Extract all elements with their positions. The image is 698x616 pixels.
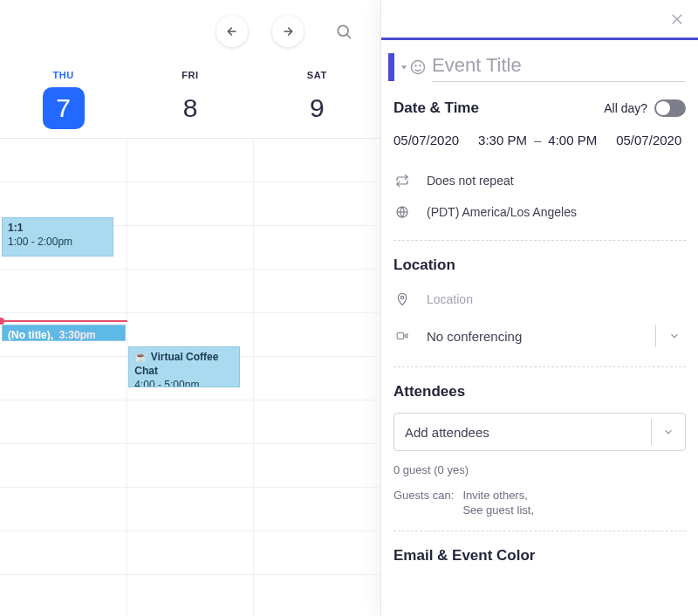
panel-body: Date & Time All day? 05/07/2020 3:30 PM … xyxy=(381,82,698,616)
repeat-value: Does not repeat xyxy=(427,174,514,188)
hour-row[interactable] xyxy=(0,531,380,575)
hour-cell[interactable] xyxy=(0,531,127,574)
hour-cell[interactable] xyxy=(254,313,380,356)
hour-cell[interactable] xyxy=(254,400,380,443)
hour-row[interactable] xyxy=(0,270,380,313)
event-block[interactable]: ☕ Virtual Coffee Chat4:00 - 5:00pm xyxy=(128,346,240,387)
hour-row[interactable] xyxy=(0,488,380,531)
dow-label: SAT xyxy=(307,70,327,80)
calendar-toolbar xyxy=(0,0,380,63)
repeat-icon xyxy=(393,174,411,188)
allday-toggle[interactable] xyxy=(654,99,686,117)
hour-cell[interactable] xyxy=(127,400,255,443)
hour-cell[interactable] xyxy=(254,270,380,312)
hour-cell[interactable] xyxy=(254,226,380,269)
calendar-search-button[interactable] xyxy=(328,16,359,47)
conferencing-value: No conferencing xyxy=(427,329,522,344)
event-title-input[interactable] xyxy=(432,52,686,82)
email-color-heading: Email & Event Color xyxy=(393,547,686,565)
timezone-row[interactable]: (PDT) America/Los Angeles xyxy=(393,196,686,228)
hour-cell[interactable] xyxy=(127,575,255,616)
dow-label: THU xyxy=(52,70,73,80)
arrow-right-icon xyxy=(281,24,295,38)
dow-label: FRI xyxy=(181,70,199,80)
day-number: 9 xyxy=(310,93,325,123)
next-button[interactable] xyxy=(272,16,304,47)
hour-cell[interactable] xyxy=(254,182,380,225)
hour-cell[interactable] xyxy=(127,182,255,225)
separator xyxy=(393,530,686,531)
close-button[interactable] xyxy=(665,7,689,31)
start-date[interactable]: 05/07/2020 xyxy=(393,133,459,147)
hour-cell[interactable] xyxy=(254,488,380,530)
calendar-day-headers: THU 7 FRI 8 SAT 9 xyxy=(0,63,380,139)
hour-row[interactable] xyxy=(0,444,380,488)
hour-cell[interactable] xyxy=(254,444,380,487)
calendar-grid[interactable]: 1:11:00 - 2:00pm(No title), 3:30pm☕ Virt… xyxy=(0,139,380,616)
guests-can-item[interactable]: Invite others, xyxy=(462,489,534,502)
day-col-thu[interactable]: THU 7 xyxy=(0,63,127,138)
hour-cell[interactable] xyxy=(0,575,127,616)
prev-button[interactable] xyxy=(216,16,248,47)
datetime-heading: Date & Time xyxy=(393,99,479,117)
hour-cell[interactable] xyxy=(127,444,255,487)
datetime-row[interactable]: 05/07/2020 3:30 PM – 4:00 PM 05/07/2020 xyxy=(393,133,686,147)
separator xyxy=(393,240,686,241)
chevron-down-icon xyxy=(662,426,674,438)
svg-point-7 xyxy=(412,61,425,74)
day-col-sat[interactable]: SAT 9 xyxy=(254,63,380,138)
emoji-icon xyxy=(409,58,427,76)
calendar-pane: THU 7 FRI 8 SAT 9 1:11:00 - 2:00pm(No ti… xyxy=(0,0,380,616)
repeat-row[interactable]: Does not repeat xyxy=(393,165,686,196)
hour-cell[interactable] xyxy=(254,531,380,574)
hour-cell[interactable] xyxy=(127,139,255,181)
location-heading: Location xyxy=(393,257,686,274)
hour-cell[interactable] xyxy=(127,270,255,312)
svg-marker-6 xyxy=(401,65,407,69)
datetime-heading-row: Date & Time All day? xyxy=(393,99,686,117)
event-block[interactable]: 1:11:00 - 2:00pm xyxy=(2,217,113,257)
hour-cell[interactable] xyxy=(254,357,380,400)
guests-can-item[interactable]: See guest list, xyxy=(462,503,534,517)
hour-cell[interactable] xyxy=(0,400,127,443)
hour-cell[interactable] xyxy=(127,226,255,269)
svg-point-12 xyxy=(400,296,403,298)
attendees-dropdown[interactable] xyxy=(651,419,680,445)
conferencing-row[interactable]: No conferencing xyxy=(393,316,686,354)
hour-cell[interactable] xyxy=(127,531,255,574)
svg-point-9 xyxy=(420,65,421,66)
guests-can-row: Guests can: Invite others, See guest lis… xyxy=(393,489,686,518)
search-icon xyxy=(335,23,352,40)
hour-cell[interactable] xyxy=(0,488,127,530)
hour-row[interactable] xyxy=(0,139,380,182)
conferencing-dropdown[interactable] xyxy=(655,325,686,347)
hour-cell[interactable] xyxy=(254,575,380,616)
hour-cell[interactable] xyxy=(0,444,127,487)
hour-cell[interactable] xyxy=(127,488,255,530)
panel-search-input[interactable] xyxy=(392,11,665,27)
end-time[interactable]: 4:00 PM xyxy=(548,133,597,147)
pin-icon xyxy=(393,291,411,307)
video-icon xyxy=(393,330,411,342)
end-date[interactable]: 05/07/2020 xyxy=(616,133,681,147)
day-col-fri[interactable]: FRI 8 xyxy=(127,63,253,138)
hour-row[interactable] xyxy=(0,575,380,616)
day-number-box: 7 xyxy=(43,87,85,129)
hour-cell[interactable] xyxy=(0,270,127,312)
day-number-box: 9 xyxy=(296,87,338,129)
hour-cell[interactable] xyxy=(0,357,127,400)
location-row[interactable]: Location xyxy=(393,283,686,316)
hour-cell[interactable] xyxy=(254,139,380,181)
svg-point-8 xyxy=(415,65,416,66)
separator xyxy=(393,366,686,367)
guest-count: 0 guest (0 yes) xyxy=(393,463,686,476)
attendees-input[interactable]: Add attendees xyxy=(393,413,686,451)
hour-row[interactable] xyxy=(0,400,380,444)
close-icon xyxy=(669,11,685,27)
title-options[interactable] xyxy=(400,58,427,76)
day-number-box: 8 xyxy=(169,87,211,129)
event-block[interactable]: (No title), 3:30pm xyxy=(2,325,126,341)
day-number: 7 xyxy=(56,93,71,123)
hour-cell[interactable] xyxy=(0,139,127,181)
start-time[interactable]: 3:30 PM xyxy=(478,133,527,147)
